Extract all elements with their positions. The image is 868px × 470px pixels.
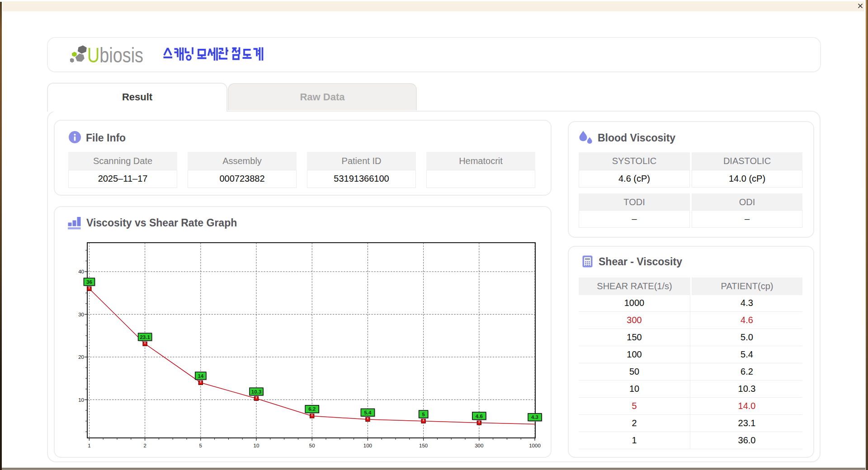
svg-text:150: 150	[419, 443, 428, 448]
svg-text:40: 40	[78, 269, 84, 274]
svg-text:4.3: 4.3	[531, 414, 538, 420]
svg-text:23.1: 23.1	[140, 334, 150, 340]
svg-text:2: 2	[143, 443, 146, 448]
svg-text:Ubiosis: Ubiosis	[87, 43, 143, 67]
svg-text:50: 50	[309, 443, 315, 448]
svg-text:30: 30	[78, 312, 84, 317]
svg-text:4.6: 4.6	[476, 414, 483, 419]
svg-text:10.3: 10.3	[251, 389, 261, 395]
svg-text:1: 1	[88, 443, 90, 448]
svg-text:36: 36	[86, 279, 92, 285]
svg-text:1000: 1000	[529, 443, 541, 448]
svg-text:300: 300	[475, 443, 483, 448]
svg-text:20: 20	[78, 354, 84, 360]
svg-text:14: 14	[198, 373, 203, 379]
svg-text:5.4: 5.4	[364, 410, 372, 415]
svg-text:10: 10	[78, 397, 84, 403]
svg-text:10: 10	[254, 443, 259, 448]
svg-text:5: 5	[199, 443, 202, 448]
svg-text:100: 100	[363, 443, 372, 448]
svg-text:5: 5	[422, 412, 425, 417]
svg-text:6.2: 6.2	[308, 406, 316, 412]
